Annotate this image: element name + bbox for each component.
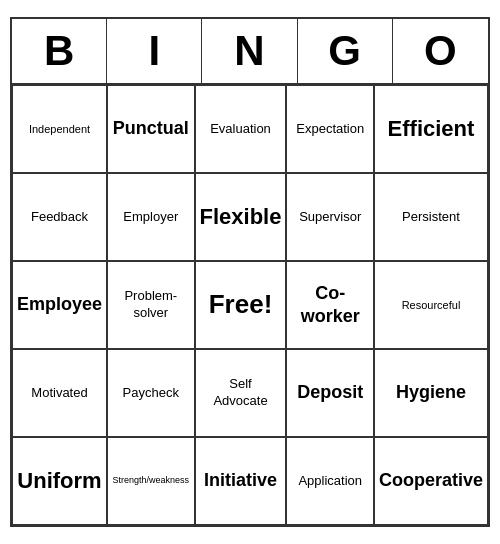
bingo-cell-12: Free!: [195, 261, 287, 349]
bingo-cell-19: Hygiene: [374, 349, 488, 437]
bingo-cell-21: Strength/weakness: [107, 437, 195, 525]
bingo-cell-22: Initiative: [195, 437, 287, 525]
bingo-cell-20: Uniform: [12, 437, 107, 525]
bingo-cell-0: Independent: [12, 85, 107, 173]
bingo-cell-10: Employee: [12, 261, 107, 349]
bingo-cell-11: Problem- solver: [107, 261, 195, 349]
bingo-card: BINGO IndependentPunctualEvaluationExpec…: [10, 17, 490, 527]
bingo-cell-8: Supervisor: [286, 173, 374, 261]
bingo-cell-3: Expectation: [286, 85, 374, 173]
bingo-letter-N: N: [202, 19, 297, 83]
bingo-cell-23: Application: [286, 437, 374, 525]
bingo-cell-13: Co- worker: [286, 261, 374, 349]
bingo-cell-18: Deposit: [286, 349, 374, 437]
bingo-cell-2: Evaluation: [195, 85, 287, 173]
bingo-cell-15: Motivated: [12, 349, 107, 437]
bingo-cell-17: Self Advocate: [195, 349, 287, 437]
bingo-cell-7: Flexible: [195, 173, 287, 261]
bingo-cell-5: Feedback: [12, 173, 107, 261]
bingo-cell-16: Paycheck: [107, 349, 195, 437]
bingo-cell-9: Persistent: [374, 173, 488, 261]
bingo-cell-1: Punctual: [107, 85, 195, 173]
bingo-letter-O: O: [393, 19, 488, 83]
bingo-letter-G: G: [298, 19, 393, 83]
bingo-cell-14: Resourceful: [374, 261, 488, 349]
bingo-cell-4: Efficient: [374, 85, 488, 173]
bingo-cell-6: Employer: [107, 173, 195, 261]
bingo-letter-I: I: [107, 19, 202, 83]
bingo-grid: IndependentPunctualEvaluationExpectation…: [12, 85, 488, 525]
bingo-cell-24: Cooperative: [374, 437, 488, 525]
bingo-header: BINGO: [12, 19, 488, 85]
bingo-letter-B: B: [12, 19, 107, 83]
